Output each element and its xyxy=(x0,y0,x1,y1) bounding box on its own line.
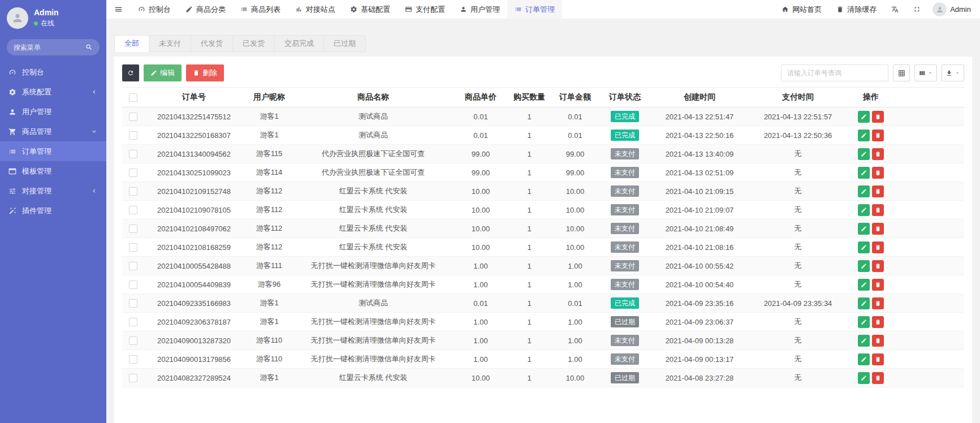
table-row: 202104130251099023游客114代办营业执照极速下证全国可查99.… xyxy=(122,163,964,182)
row-edit-button[interactable] xyxy=(858,353,870,365)
nav-item-payment-config[interactable]: 支付配置 xyxy=(398,0,452,19)
topbar-site-home[interactable]: 网站首页 xyxy=(774,0,829,19)
row-edit-button[interactable] xyxy=(858,130,870,141)
row-edit-button[interactable] xyxy=(858,241,870,253)
trash-icon xyxy=(875,338,881,344)
row-edit-button[interactable] xyxy=(858,111,870,123)
sidebar-item-template-management[interactable]: 模板管理 xyxy=(0,161,106,181)
row-delete-button[interactable] xyxy=(872,204,884,216)
sidebar-toggle[interactable] xyxy=(106,0,131,19)
columns-button[interactable] xyxy=(914,64,937,81)
row-delete-button[interactable] xyxy=(872,111,884,123)
row-checkbox[interactable] xyxy=(129,262,137,270)
row-delete-button[interactable] xyxy=(872,279,884,291)
row-delete-button[interactable] xyxy=(872,353,884,365)
nav-item-product-list[interactable]: 商品列表 xyxy=(233,0,288,19)
row-edit-button[interactable] xyxy=(858,260,870,272)
unit-price: 10.00 xyxy=(452,219,509,238)
row-delete-button[interactable] xyxy=(872,241,884,253)
row-delete-button[interactable] xyxy=(872,185,884,197)
row-checkbox[interactable] xyxy=(129,243,137,252)
tab-all[interactable]: 全部 xyxy=(114,35,149,52)
unit-price: 1.00 xyxy=(452,350,509,369)
row-delete-button[interactable] xyxy=(872,335,884,347)
menu-icon xyxy=(114,5,123,14)
tab-unpaid[interactable]: 未支付 xyxy=(149,35,191,52)
select-all-checkbox[interactable] xyxy=(129,93,137,102)
nav-item-basic-config[interactable]: 基础配置 xyxy=(343,0,398,19)
delete-button[interactable]: 删除 xyxy=(186,64,224,81)
sidebar-item-order-management[interactable]: 订单管理 xyxy=(0,141,106,161)
sidebar-item-integration-management[interactable]: 对接管理 xyxy=(0,181,106,201)
topbar-item-label: 清除缓存 xyxy=(847,5,877,15)
row-edit-button[interactable] xyxy=(858,279,870,291)
nav-item-product-category[interactable]: 商品分类 xyxy=(178,0,233,19)
row-checkbox[interactable] xyxy=(129,299,137,308)
sidebar-item-console[interactable]: 控制台 xyxy=(0,62,106,82)
edit-button[interactable]: 编辑 xyxy=(144,64,182,81)
row-checkbox[interactable] xyxy=(129,113,137,121)
row-delete-button[interactable] xyxy=(872,260,884,272)
unit-price: 10.00 xyxy=(452,238,509,257)
row-checkbox[interactable] xyxy=(129,131,137,140)
tab-completed[interactable]: 交易完成 xyxy=(274,35,324,52)
row-delete-button[interactable] xyxy=(872,223,884,235)
row-checkbox[interactable] xyxy=(129,355,137,364)
row-checkbox[interactable] xyxy=(129,374,137,382)
row-delete-button[interactable] xyxy=(872,148,884,160)
nav-item-integration-sites[interactable]: 对接站点 xyxy=(288,0,343,19)
export-button[interactable] xyxy=(942,64,964,81)
nav-item-user-management[interactable]: 用户管理 xyxy=(452,0,507,19)
order-no: 202104130251099023 xyxy=(144,163,244,182)
topbar-username[interactable]: Admin xyxy=(950,5,980,14)
nav-item-order-management[interactable]: 订单管理 xyxy=(507,0,562,19)
sidebar-item-product-management[interactable]: 商品管理 xyxy=(0,122,106,141)
row-edit-button[interactable] xyxy=(858,204,870,216)
nav-item-console[interactable]: 控制台 xyxy=(131,0,178,19)
row-edit-button[interactable] xyxy=(858,223,870,235)
row-delete-button[interactable] xyxy=(872,297,884,309)
row-checkbox[interactable] xyxy=(129,206,137,214)
table-view-button[interactable] xyxy=(893,64,910,81)
search-icon[interactable] xyxy=(85,44,93,51)
menu-search-input[interactable] xyxy=(14,44,82,51)
row-edit-button[interactable] xyxy=(858,148,870,160)
window-icon xyxy=(8,167,16,175)
row-delete-button[interactable] xyxy=(872,316,884,328)
sidebar-item-system-config[interactable]: 系统配置 xyxy=(0,82,106,102)
row-checkbox[interactable] xyxy=(129,169,137,177)
sidebar-item-plugin-management[interactable]: 插件管理 xyxy=(0,201,106,221)
order-search-input[interactable] xyxy=(781,64,888,81)
avatar[interactable] xyxy=(7,7,28,29)
row-edit-button[interactable] xyxy=(858,297,870,309)
row-checkbox[interactable] xyxy=(129,150,137,158)
row-checkbox[interactable] xyxy=(129,318,137,326)
tab-expired[interactable]: 已过期 xyxy=(323,35,366,52)
row-edit-button[interactable] xyxy=(858,316,870,328)
tab-shipped[interactable]: 已发货 xyxy=(232,35,275,52)
quantity: 1 xyxy=(509,238,550,257)
paid-time: 2021-04-13 22:51:57 xyxy=(750,107,846,126)
row-edit-button[interactable] xyxy=(858,335,870,347)
topbar-fullscreen[interactable] xyxy=(906,0,928,19)
tab-to-ship[interactable]: 代发货 xyxy=(191,35,233,52)
row-delete-button[interactable] xyxy=(872,130,884,141)
row-checkbox[interactable] xyxy=(129,187,137,196)
topbar-avatar[interactable] xyxy=(932,2,947,16)
filler-cell xyxy=(896,294,964,313)
row-delete-button[interactable] xyxy=(872,167,884,179)
topnav-items: 控制台商品分类商品列表对接站点基础配置支付配置用户管理订单管理 xyxy=(131,0,562,19)
row-checkbox[interactable] xyxy=(129,336,137,345)
sidebar-item-user-management[interactable]: 用户管理 xyxy=(0,102,106,122)
topbar-clear-cache[interactable]: 清除缓存 xyxy=(829,0,884,19)
topbar-translate[interactable] xyxy=(884,0,906,19)
row-checkbox[interactable] xyxy=(129,225,137,233)
row-delete-button[interactable] xyxy=(872,372,884,384)
sidebar-item-label: 模板管理 xyxy=(22,166,98,176)
refresh-button[interactable] xyxy=(122,64,139,81)
row-edit-button[interactable] xyxy=(858,185,870,197)
row-edit-button[interactable] xyxy=(858,372,870,384)
row-edit-button[interactable] xyxy=(858,167,870,179)
order-amount: 1.00 xyxy=(550,331,601,350)
row-checkbox[interactable] xyxy=(129,280,137,289)
